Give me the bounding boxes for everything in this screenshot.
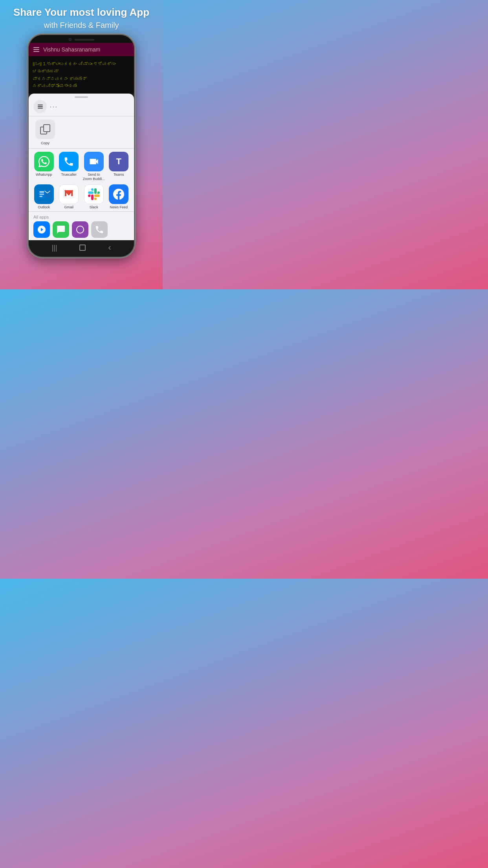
svg-rect-1	[39, 191, 44, 193]
copy-icon-circle[interactable]	[35, 120, 55, 139]
outlook-label: Outlook	[38, 205, 50, 209]
nav-back-icon[interactable]: ‹	[108, 243, 111, 253]
facebook-icon[interactable]	[109, 184, 128, 204]
whatsapp-label: WhatsApp	[36, 173, 52, 177]
zoom-label: Send toZoom Buddi...	[83, 173, 105, 181]
news-feed-label: News Feed	[110, 205, 128, 209]
truecaller-icon[interactable]	[59, 152, 79, 171]
hamburger-icon[interactable]	[33, 47, 39, 52]
slack-icon[interactable]	[84, 184, 104, 204]
whatsapp-icon[interactable]	[34, 152, 54, 171]
kannada-text: ||ಓಂ|| 1.ಶುಕ್ಲಾಂಬರಧರಂ ವಿಷ್ಣುಂ ಶಶಿವರ್ಣಂ ಚ…	[33, 60, 130, 90]
outlook-app-item[interactable]: Outlook	[32, 184, 56, 209]
copy-section: Copy	[29, 116, 134, 149]
zoom-app-item[interactable]: Send toZoom Buddi...	[82, 152, 106, 181]
app-title-text: Vishnu Sahasranamam	[43, 46, 100, 53]
more-app-4[interactable]	[91, 221, 108, 238]
all-apps-section: All apps	[29, 211, 134, 240]
more-app-1[interactable]	[33, 221, 50, 238]
outlook-icon[interactable]	[34, 184, 54, 204]
camera-dot	[69, 38, 72, 41]
gmail-app-item[interactable]: Gmail	[57, 184, 81, 209]
svg-rect-3	[39, 196, 42, 197]
main-title: Share Your most loving App	[8, 6, 155, 18]
more-app-2[interactable]	[53, 221, 69, 238]
app-content: ||ಓಂ|| 1.ಶುಕ್ಲಾಂಬರಧರಂ ವಿಷ್ಣುಂ ಶಶಿವರ್ಣಂ ಚ…	[29, 56, 134, 94]
copy-item[interactable]: Copy	[33, 120, 57, 145]
gmail-icon[interactable]	[59, 184, 79, 204]
all-apps-label: All apps	[33, 213, 129, 221]
more-apps-row	[33, 221, 129, 238]
top-section: Share Your most loving App with Friends …	[0, 0, 163, 34]
teams-icon[interactable]: T	[109, 152, 128, 171]
copy-label: Copy	[41, 141, 50, 145]
app-header: Vishnu Sahasranamam	[29, 43, 134, 56]
slack-label: Slack	[90, 205, 98, 209]
facebook-app-item[interactable]: News Feed	[107, 184, 131, 209]
phone-bottom-nav: ||| ‹	[29, 240, 134, 257]
gmail-label: Gmail	[64, 205, 73, 209]
background: Share Your most loving App with Friends …	[0, 0, 163, 289]
phone-frame: Vishnu Sahasranamam ||ಓಂ|| 1.ಶುಕ್ಲಾಂಬರಧರ…	[28, 34, 135, 258]
zoom-icon[interactable]	[84, 152, 104, 171]
svg-rect-2	[39, 193, 44, 195]
share-sheet: ··· Copy	[29, 94, 134, 240]
whatsapp-app-item[interactable]: WhatsApp	[32, 152, 56, 181]
teams-label: Teams	[114, 173, 124, 177]
truecaller-app-item[interactable]: Truecaller	[57, 152, 81, 181]
phone-notch	[29, 35, 134, 43]
teams-app-item[interactable]: T Teams	[107, 152, 131, 181]
sheet-handle	[29, 94, 134, 100]
share-menu-button[interactable]	[33, 100, 47, 113]
more-app-3[interactable]	[72, 221, 88, 238]
truecaller-label: Truecaller	[61, 173, 77, 177]
subtitle: with Friends & Family	[8, 21, 155, 30]
slack-app-item[interactable]: Slack	[82, 184, 106, 209]
apps-row-2: Outlook Gmail	[29, 183, 134, 211]
share-header-row: ···	[29, 100, 134, 116]
share-dots: ···	[50, 103, 58, 110]
apps-row-1: WhatsApp Truecaller	[29, 149, 134, 183]
nav-recent-icon[interactable]: |||	[51, 244, 57, 252]
nav-home-icon[interactable]	[79, 245, 86, 251]
speaker-bar	[75, 39, 94, 40]
